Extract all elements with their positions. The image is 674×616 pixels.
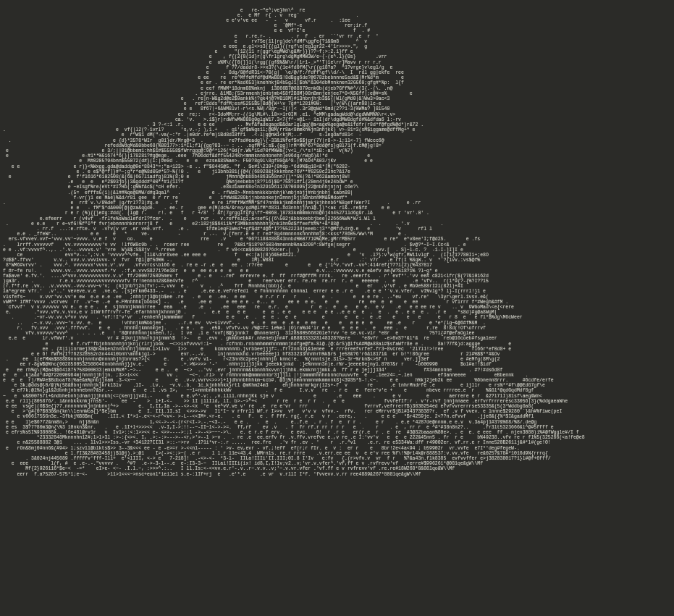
terminal-ascii-art: e re-~"e^;ve}hn\^ re e. e Mf r{ . v reg`…: [0, 5, 674, 617]
